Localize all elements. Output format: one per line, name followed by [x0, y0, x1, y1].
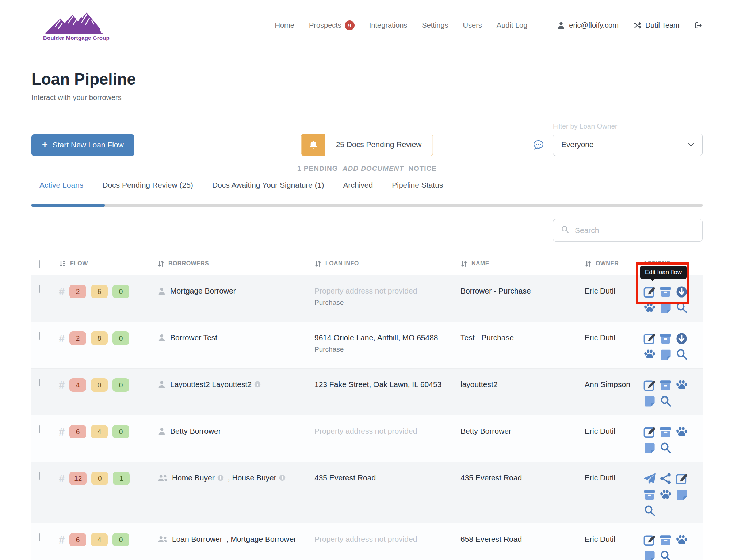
action-paw-button[interactable] [643, 302, 656, 314]
nav-item-home[interactable]: Home [275, 21, 294, 30]
action-send-button[interactable] [643, 472, 656, 485]
nav-item-audit-log[interactable]: Audit Log [497, 21, 528, 30]
action-archive-button[interactable] [659, 534, 672, 546]
sort-updown-icon [585, 260, 592, 268]
action-magnify-button[interactable] [675, 348, 688, 361]
flow-badge-green[interactable]: 0 [112, 378, 129, 392]
column-header-borrowers[interactable]: BORROWERS [157, 260, 314, 268]
info-icon[interactable] [254, 381, 261, 388]
flow-badge-green[interactable]: 0 [112, 425, 129, 438]
docs-pending-notice[interactable]: 25 Docs Pending Review [301, 134, 433, 156]
nav-item-integrations[interactable]: Integrations [369, 21, 408, 30]
tab-active-loans[interactable]: Active Loans [39, 181, 83, 189]
action-magnify-button[interactable] [659, 550, 672, 560]
action-edit-button[interactable] [643, 332, 656, 345]
action-magnify-button[interactable] [659, 442, 672, 454]
owner-cell: Eric Dutil [585, 472, 643, 482]
action-edit-button[interactable] [643, 534, 656, 546]
flow-badge-red[interactable]: 2 [69, 285, 86, 298]
flow-badge-yellow[interactable]: 8 [91, 331, 108, 345]
borrower-one-icon [157, 287, 166, 295]
action-archive-button[interactable] [659, 379, 672, 392]
tab-pipeline-status[interactable]: Pipeline Status [392, 181, 443, 189]
action-note-button[interactable] [643, 442, 656, 454]
brand-logo[interactable]: Boulder Mortgage Group [43, 10, 110, 41]
action-paw-button[interactable] [675, 426, 688, 438]
action-archive-button[interactable] [659, 285, 672, 298]
flow-badge-red[interactable]: 4 [69, 378, 86, 392]
info-icon[interactable] [217, 475, 224, 481]
action-magnify-button[interactable] [659, 395, 672, 408]
select-all-checkbox[interactable] [39, 260, 40, 268]
flow-badge-yellow[interactable]: 0 [91, 378, 108, 392]
action-edit-button[interactable] [675, 472, 688, 485]
action-circle-down-button[interactable] [675, 332, 688, 345]
start-new-loan-flow-button[interactable]: + Start New Loan Flow [31, 134, 134, 156]
row-select-checkbox[interactable] [39, 332, 40, 340]
chat-bubble-icon[interactable] [533, 139, 544, 150]
action-edit-button[interactable] [643, 426, 656, 438]
tab-docs-pending-review-25[interactable]: Docs Pending Review (25) [102, 181, 193, 189]
pending-notice-prefix: 1 PENDING [297, 165, 338, 172]
action-note-button[interactable] [659, 302, 672, 314]
property-address: Property address not provided [314, 535, 453, 544]
loan-name-cell: Test - Purchase [460, 331, 585, 342]
tab-archived[interactable]: Archived [343, 181, 373, 189]
action-note-button[interactable] [643, 550, 656, 560]
action-note-button[interactable] [675, 488, 688, 501]
nav-item-prospects[interactable]: Prospects 9 [309, 20, 355, 30]
loan-owner-select[interactable]: Everyone [553, 134, 703, 156]
action-paw-button[interactable] [643, 348, 656, 361]
flow-badge-green[interactable]: 0 [112, 331, 129, 345]
nav-item-users[interactable]: Users [463, 21, 482, 30]
action-paw-button[interactable] [675, 379, 688, 392]
flow-badge-green[interactable]: 1 [113, 472, 130, 485]
nav-user-account[interactable]: eric@floify.com [557, 21, 619, 30]
action-paw-button[interactable] [675, 534, 688, 546]
flow-badge-green[interactable]: 0 [112, 285, 129, 298]
action-edit-button[interactable] [643, 285, 656, 298]
flow-badge-red[interactable]: 6 [69, 533, 86, 546]
plus-icon: + [42, 140, 48, 150]
row-select-checkbox[interactable] [39, 533, 40, 541]
property-address: Property address not provided [314, 427, 453, 436]
actions-cell: Edit loan flow [643, 285, 703, 314]
flow-badge-yellow[interactable]: 0 [91, 472, 108, 485]
action-magnify-button[interactable] [675, 302, 688, 314]
action-note-button[interactable] [659, 348, 672, 361]
page-title: Loan Pipeline [31, 70, 703, 89]
flow-badge-yellow[interactable]: 4 [91, 425, 108, 438]
action-paw-button[interactable] [659, 488, 672, 501]
search-input[interactable] [575, 226, 695, 235]
action-note-button[interactable] [643, 395, 656, 408]
flow-badge-red[interactable]: 2 [69, 331, 86, 345]
sign-out-button[interactable] [694, 21, 703, 30]
column-label: OWNER [596, 260, 619, 267]
action-edit-button[interactable] [643, 379, 656, 392]
column-header-loan-info[interactable]: LOAN INFO [314, 260, 460, 268]
nav-item-settings[interactable]: Settings [422, 21, 448, 30]
action-magnify-button[interactable] [643, 505, 656, 517]
action-archive-button[interactable] [643, 488, 656, 501]
action-share-button[interactable] [659, 472, 672, 485]
sort-amount-icon [59, 260, 66, 268]
borrower-name: Loan Borrower [172, 535, 222, 544]
flow-badge-red[interactable]: 12 [69, 472, 87, 485]
action-circle-down-button[interactable] [675, 285, 688, 298]
info-icon[interactable] [279, 475, 286, 481]
column-header-owner[interactable]: OWNER [585, 260, 643, 268]
flow-badge-red[interactable]: 6 [69, 425, 86, 438]
column-header-flow[interactable]: FLOW [59, 260, 157, 268]
action-archive-button[interactable] [659, 426, 672, 438]
flow-badge-yellow[interactable]: 6 [91, 285, 108, 298]
nav-team-switcher[interactable]: Dutil Team [633, 21, 680, 30]
flow-badge-green[interactable]: 0 [112, 533, 129, 546]
flow-badge-yellow[interactable]: 4 [91, 533, 108, 546]
action-archive-button[interactable] [659, 332, 672, 345]
row-select-checkbox[interactable] [39, 285, 40, 293]
tab-docs-awaiting-your-signature-1[interactable]: Docs Awaiting Your Signature (1) [212, 181, 324, 189]
row-select-checkbox[interactable] [39, 379, 40, 386]
column-header-name[interactable]: NAME [460, 260, 585, 268]
row-select-checkbox[interactable] [39, 472, 40, 480]
row-select-checkbox[interactable] [39, 425, 40, 433]
